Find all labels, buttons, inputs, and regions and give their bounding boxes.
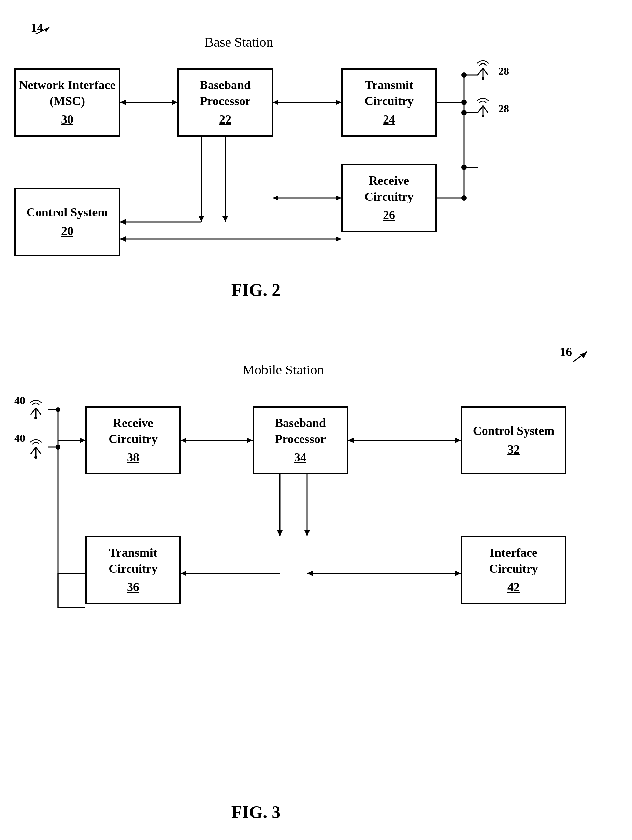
fig2-label: FIG. 2: [171, 280, 341, 300]
fig3-title: Mobile Station: [198, 362, 369, 378]
svg-point-16: [461, 110, 467, 115]
antenna-bottom-icon: [471, 96, 495, 122]
svg-point-0: [482, 77, 484, 80]
fig3-control-system-block: Control System 32: [461, 406, 566, 474]
svg-marker-63: [455, 571, 461, 576]
fig3-baseband-processor-block: BasebandProcessor 34: [252, 406, 348, 474]
fig3-baseband-processor-number: 34: [294, 450, 306, 466]
svg-point-35: [35, 456, 37, 459]
receive-circuitry-number: 26: [383, 207, 395, 223]
svg-line-36: [573, 352, 587, 362]
fig3-interface-circuitry-block: InterfaceCircuitry 42: [461, 536, 566, 604]
svg-marker-57: [304, 531, 310, 536]
svg-marker-32: [120, 236, 126, 242]
svg-marker-8: [273, 99, 279, 105]
svg-marker-6: [172, 99, 177, 105]
svg-marker-50: [247, 437, 252, 443]
control-system-number: 20: [61, 223, 73, 239]
svg-marker-59: [181, 571, 186, 576]
svg-marker-44: [80, 437, 85, 443]
fig3-label: FIG. 3: [171, 802, 341, 822]
svg-marker-62: [307, 571, 313, 576]
svg-point-20: [461, 164, 467, 170]
svg-marker-52: [348, 437, 353, 443]
transmit-circuitry-label: TransmitCircuitry: [364, 77, 413, 109]
antenna-top-label: 28: [498, 65, 509, 77]
fig3-transmit-circuitry-number: 36: [127, 579, 139, 595]
svg-marker-37: [580, 352, 587, 358]
network-interface-label: Network Interface(MSC): [19, 77, 116, 109]
baseband-processor-top-number: 22: [219, 112, 232, 128]
antenna-bottom-label: 28: [498, 103, 509, 115]
svg-marker-30: [336, 195, 341, 201]
svg-marker-3: [44, 27, 49, 32]
baseband-processor-top-label: BasebandProcessor: [200, 77, 251, 109]
svg-point-42: [56, 445, 60, 450]
control-system-label: Control System: [27, 204, 108, 221]
transmit-circuitry-block: TransmitCircuitry 24: [341, 68, 437, 137]
fig3-antenna-bottom-icon: [24, 437, 48, 462]
svg-point-15: [461, 73, 467, 78]
network-interface-number: 30: [61, 112, 73, 128]
ref-16: 16: [560, 345, 572, 359]
receive-circuitry-block: ReceiveCircuitry 26: [341, 164, 437, 232]
svg-marker-53: [455, 437, 461, 443]
fig3-antenna-bottom-label: 40: [14, 432, 25, 444]
fig3-interface-circuitry-label: InterfaceCircuitry: [489, 545, 538, 577]
svg-point-14: [461, 99, 467, 105]
ref-14: 14: [31, 21, 43, 35]
svg-point-41: [56, 407, 60, 412]
svg-marker-25: [222, 216, 228, 222]
svg-marker-49: [181, 437, 186, 443]
fig3-transmit-circuitry-label: TransmitCircuitry: [109, 545, 157, 577]
svg-marker-5: [120, 99, 126, 105]
svg-marker-27: [120, 219, 126, 224]
fig3-receive-circuitry-label: ReceiveCircuitry: [109, 415, 157, 447]
svg-marker-24: [199, 216, 204, 222]
fig3-receive-circuitry-block: ReceiveCircuitry 38: [85, 406, 181, 474]
transmit-circuitry-number: 24: [383, 112, 395, 128]
svg-marker-33: [336, 236, 341, 242]
svg-point-34: [35, 417, 37, 420]
fig3-control-system-number: 32: [507, 442, 520, 458]
fig3-baseband-processor-label: BasebandProcessor: [275, 415, 326, 447]
svg-point-18: [461, 195, 467, 201]
network-interface-block: Network Interface(MSC) 30: [14, 68, 120, 137]
fig3-antenna-top-icon: [24, 398, 48, 423]
fig3-transmit-circuitry-block: TransmitCircuitry 36: [85, 536, 181, 604]
fig2-title: Base Station: [137, 34, 341, 50]
fig3-antenna-top-label: 40: [14, 394, 25, 407]
receive-circuitry-label: ReceiveCircuitry: [364, 173, 413, 205]
baseband-processor-top-block: BasebandProcessor 22: [177, 68, 273, 137]
fig3-receive-circuitry-number: 38: [127, 450, 139, 466]
svg-point-1: [482, 115, 484, 117]
control-system-block: Control System 20: [14, 188, 120, 256]
svg-marker-29: [273, 195, 279, 201]
svg-marker-56: [277, 531, 282, 536]
fig3-interface-circuitry-number: 42: [507, 579, 520, 595]
svg-marker-9: [336, 99, 341, 105]
fig3-control-system-label: Control System: [473, 423, 554, 439]
antenna-top-icon: [471, 58, 495, 85]
